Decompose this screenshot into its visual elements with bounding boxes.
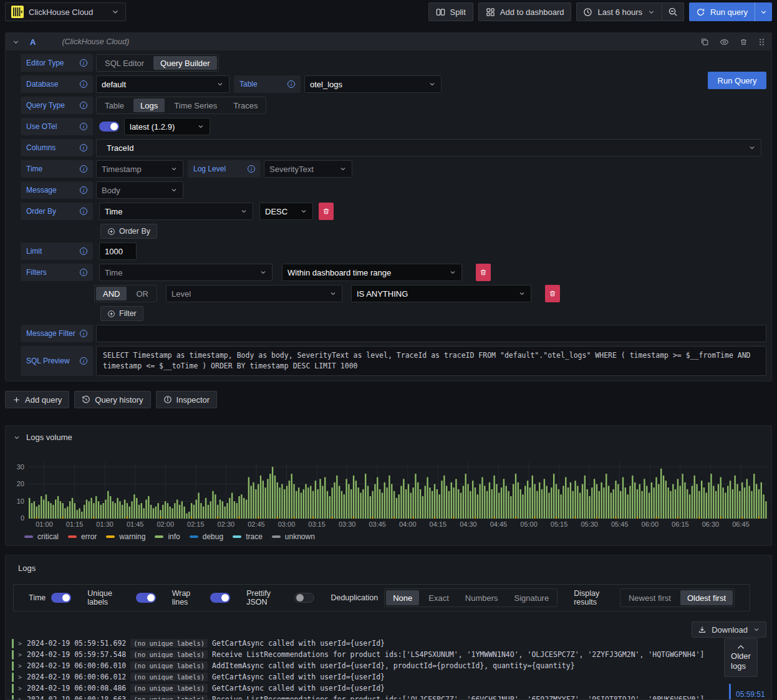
chevron-down-icon: [259, 269, 267, 276]
option-newest-first[interactable]: Newest first: [620, 589, 679, 607]
time-toggle[interactable]: [51, 593, 71, 603]
log-row[interactable]: >2024-02-19 06:00:06.012(no unique label…: [12, 671, 719, 683]
collapse-chevron-icon[interactable]: [12, 38, 20, 46]
option-traces[interactable]: Traces: [225, 97, 266, 113]
info-icon[interactable]: i: [80, 330, 87, 337]
log-row[interactable]: >2024-02-19 05:59:51.692(no unique label…: [12, 638, 719, 649]
add-filter-button[interactable]: Filter: [100, 306, 143, 321]
expand-row-chevron-icon[interactable]: >: [18, 651, 22, 658]
otel-version-select[interactable]: latest (1.2.9): [124, 118, 210, 135]
legend-item-unknown[interactable]: unknown: [272, 532, 315, 541]
explore-toolbar: ClickHouse Cloud Split Add to dashboard …: [0, 0, 777, 24]
add-to-dashboard-button[interactable]: Add to dashboard: [478, 2, 572, 21]
expand-row-chevron-icon[interactable]: >: [18, 640, 22, 647]
add-query-button[interactable]: Add query: [5, 391, 69, 408]
filter-condition-operator-select[interactable]: IS ANYTHING: [351, 285, 531, 302]
zoom-out-time-button[interactable]: [662, 3, 683, 21]
add-order-by-button[interactable]: Order By: [100, 224, 157, 239]
info-icon[interactable]: i: [80, 102, 87, 109]
remove-query-trash-icon[interactable]: [740, 38, 748, 46]
remove-condition-button[interactable]: [545, 285, 560, 302]
info-icon[interactable]: i: [80, 59, 87, 67]
prettify-json-toggle[interactable]: [294, 593, 314, 603]
log-row[interactable]: >2024-02-19 06:00:18.663(no unique label…: [12, 694, 719, 700]
info-icon[interactable]: i: [80, 144, 87, 151]
remove-filter-button[interactable]: [476, 264, 491, 281]
info-icon[interactable]: i: [80, 247, 87, 255]
legend-item-info[interactable]: info: [155, 532, 180, 541]
option-oldest-first[interactable]: Oldest first: [680, 590, 733, 605]
log-row[interactable]: >2024-02-19 06:00:08.486(no unique label…: [12, 683, 719, 694]
download-button[interactable]: Download: [692, 621, 766, 638]
option-signature[interactable]: Signature: [506, 589, 557, 607]
unique-labels-toggle[interactable]: [136, 593, 156, 603]
legend-item-trace[interactable]: trace: [233, 532, 263, 541]
x-axis-tick: 06:00: [642, 520, 659, 528]
expand-row-chevron-icon[interactable]: >: [18, 696, 22, 700]
run-query-options-button[interactable]: [755, 2, 772, 21]
option-and[interactable]: AND: [96, 287, 127, 300]
prettify-json-toggle-group: Prettify JSON: [246, 589, 314, 607]
split-button[interactable]: Split: [428, 2, 473, 21]
option-sql-editor[interactable]: SQL Editor: [97, 55, 152, 71]
info-icon[interactable]: i: [248, 165, 255, 173]
message-filter-input[interactable]: [96, 325, 766, 342]
message-column-label: Messagei: [21, 181, 93, 199]
run-query-button[interactable]: Run query: [689, 2, 755, 21]
inspector-button[interactable]: Inspector: [156, 391, 217, 408]
log-row[interactable]: >2024-02-19 06:00:06.010(no unique label…: [12, 660, 719, 671]
expand-row-chevron-icon[interactable]: >: [18, 685, 22, 692]
limit-input[interactable]: 1000: [99, 242, 137, 260]
duplicate-query-icon[interactable]: [700, 37, 709, 46]
info-icon[interactable]: i: [80, 123, 87, 130]
query-history-button[interactable]: Query history: [74, 391, 150, 408]
time-range-button[interactable]: Last 6 hours: [577, 3, 662, 21]
log-row[interactable]: >2024-02-19 05:59:57.548(no unique label…: [12, 649, 719, 660]
info-icon[interactable]: i: [80, 357, 87, 365]
filter-operator-select[interactable]: Within dashboard time range: [282, 264, 462, 281]
order-by-field-select[interactable]: Time: [99, 203, 253, 220]
chevron-down-icon: [216, 80, 224, 88]
option-exact[interactable]: Exact: [420, 589, 457, 607]
drag-handle-icon[interactable]: [758, 38, 765, 46]
use-otel-toggle[interactable]: [99, 122, 119, 132]
option-logs[interactable]: Logs: [133, 98, 165, 112]
wrap-lines-toggle[interactable]: [210, 593, 230, 603]
older-logs-button[interactable]: Olderlogs: [724, 638, 758, 677]
logs-volume-header[interactable]: Logs volume: [13, 433, 72, 442]
filter-field-select[interactable]: Time: [99, 264, 273, 281]
builder-run-query-button[interactable]: Run Query: [708, 72, 766, 89]
expand-row-chevron-icon[interactable]: >: [18, 663, 22, 669]
table-select[interactable]: otel_logs: [304, 75, 442, 93]
database-select[interactable]: default: [96, 75, 229, 93]
remove-order-by-button[interactable]: [319, 203, 334, 220]
message-column-select[interactable]: Body: [96, 181, 183, 199]
log-level-select[interactable]: SeverityText: [264, 160, 352, 178]
logs-volume-chart[interactable]: [29, 462, 768, 519]
x-axis-tick: 04:30: [460, 520, 477, 528]
option-time-series[interactable]: Time Series: [166, 97, 225, 113]
order-by-direction-select[interactable]: DESC: [259, 203, 313, 220]
option-table[interactable]: Table: [97, 97, 132, 113]
option-query-builder[interactable]: Query Builder: [153, 56, 216, 70]
columns-multiselect[interactable]: TraceId: [96, 139, 761, 156]
info-icon[interactable]: i: [80, 165, 87, 173]
hide-response-eye-icon[interactable]: [720, 37, 729, 47]
legend-item-debug[interactable]: debug: [190, 532, 223, 541]
time-column-select[interactable]: Timestamp: [96, 160, 183, 178]
option-none[interactable]: None: [386, 590, 419, 605]
filter-condition-field-select[interactable]: Level: [166, 285, 342, 302]
legend-item-warning[interactable]: warning: [106, 532, 145, 541]
info-icon[interactable]: i: [80, 269, 87, 276]
info-icon[interactable]: i: [80, 186, 87, 194]
datasource-picker[interactable]: ClickHouse Cloud: [5, 2, 126, 21]
option-numbers[interactable]: Numbers: [457, 589, 506, 607]
info-icon[interactable]: i: [287, 80, 295, 88]
info-icon[interactable]: i: [80, 208, 87, 215]
legend-item-error[interactable]: error: [68, 532, 97, 541]
info-icon[interactable]: i: [80, 80, 87, 88]
option-or[interactable]: OR: [128, 285, 157, 302]
scroll-position-indicator[interactable]: [729, 684, 731, 700]
legend-item-critical[interactable]: critical: [24, 532, 59, 541]
expand-row-chevron-icon[interactable]: >: [18, 674, 22, 681]
